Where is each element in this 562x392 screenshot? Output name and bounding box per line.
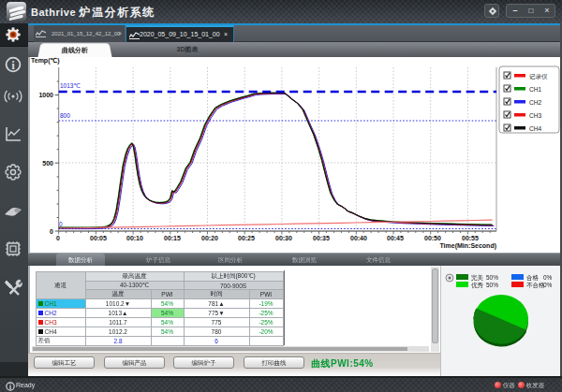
svg-text:0%: 0%: [543, 274, 553, 281]
svg-text:CH2: CH2: [529, 99, 541, 106]
svg-text:00:55: 00:55: [462, 235, 479, 241]
svg-text:800: 800: [60, 112, 70, 119]
svg-text:1013℃: 1013℃: [60, 82, 81, 89]
svg-text:Time(Min:Second): Time(Min:Second): [439, 242, 496, 250]
svg-text:完美: 完美: [471, 274, 484, 282]
svg-text:00:05: 00:05: [90, 235, 107, 241]
svg-text:00:15: 00:15: [164, 235, 181, 241]
svg-text:CH3: CH3: [529, 112, 541, 119]
svg-text:不合格: 不合格: [526, 282, 545, 289]
svg-text:00:30: 00:30: [275, 235, 292, 241]
svg-text:50%: 50%: [486, 282, 498, 288]
svg-text:Temp(℃): Temp(℃): [31, 57, 60, 65]
svg-text:50%: 50%: [486, 274, 498, 281]
svg-text:记录仪: 记录仪: [529, 73, 548, 80]
svg-text:00:25: 00:25: [238, 235, 255, 241]
svg-text:00:10: 00:10: [126, 235, 143, 241]
svg-text:CH4: CH4: [529, 125, 541, 132]
svg-text:0: 0: [59, 221, 63, 227]
svg-text:0: 0: [50, 228, 53, 235]
svg-text:0: 0: [56, 235, 60, 241]
svg-text:00:45: 00:45: [387, 235, 404, 241]
svg-text:优秀: 优秀: [471, 282, 484, 289]
svg-text:00:40: 00:40: [350, 235, 367, 241]
svg-text:1000: 1000: [38, 92, 53, 98]
svg-text:i: i: [11, 58, 15, 72]
svg-text:500: 500: [42, 160, 53, 167]
svg-text:0%: 0%: [543, 282, 553, 288]
svg-text:00:50: 00:50: [424, 235, 441, 241]
svg-text:00:35: 00:35: [313, 235, 330, 241]
svg-text:00:20: 00:20: [201, 235, 218, 241]
svg-text:合格: 合格: [526, 274, 540, 282]
svg-text:CH1: CH1: [529, 86, 541, 93]
svg-text:i: i: [9, 383, 11, 391]
